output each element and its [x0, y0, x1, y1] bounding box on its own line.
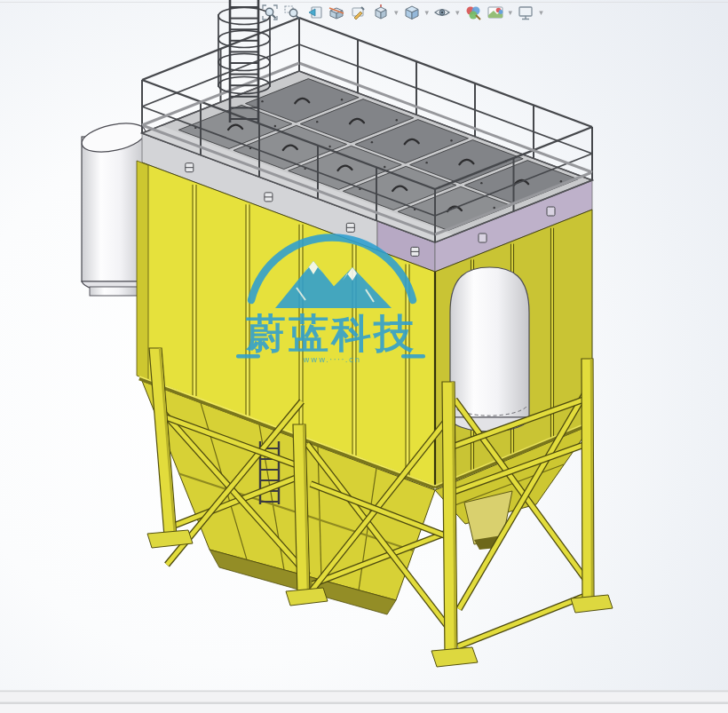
watermark-title: 蔚蓝科技: [245, 310, 416, 357]
section-view-icon[interactable]: [327, 3, 346, 22]
graphics-area: 蔚蓝科技 www.····.cn: [0, 0, 728, 713]
zoom-to-area-icon[interactable]: [282, 3, 302, 22]
dropdown-caret[interactable]: ▾: [394, 3, 399, 22]
hide-show-items-icon[interactable]: [432, 3, 452, 22]
watermark-subtext: www.····.cn: [303, 355, 361, 364]
watermark-dash-left: [236, 354, 260, 359]
dropdown-caret[interactable]: ▾: [425, 3, 430, 22]
display-style-icon[interactable]: [402, 3, 422, 22]
watermark-dash-right: [401, 354, 425, 359]
dropdown-caret[interactable]: ▾: [539, 3, 543, 22]
zoom-to-fit-icon[interactable]: [260, 3, 280, 22]
apply-scene-icon[interactable]: [486, 3, 505, 22]
edit-appearance-icon[interactable]: [463, 3, 483, 22]
solidworks-viewport[interactable]: 蔚蓝科技 www.····.cn ▾ ▾ ▾ ▾: [0, 0, 728, 713]
view-orientation-icon[interactable]: [371, 3, 391, 22]
viewport-bottom-edge: [0, 691, 728, 713]
3d-drawing-view-icon[interactable]: [349, 3, 368, 22]
dropdown-caret[interactable]: ▾: [509, 3, 513, 22]
heads-up-toolbar: ▾ ▾ ▾ ▾ ▾: [260, 3, 544, 22]
view-settings-icon[interactable]: [516, 3, 535, 22]
dropdown-caret[interactable]: ▾: [455, 3, 460, 22]
previous-view-icon[interactable]: [305, 3, 324, 22]
